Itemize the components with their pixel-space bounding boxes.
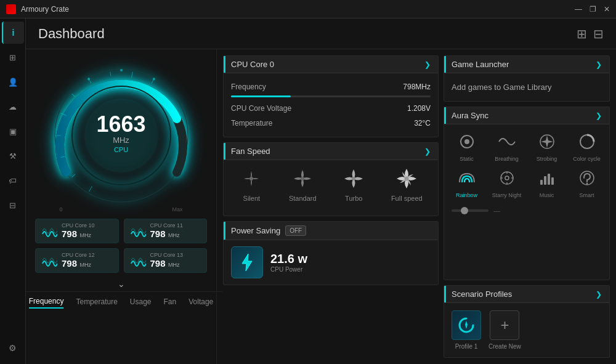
- aura-sync-header: Aura Sync ❯: [444, 107, 609, 124]
- svg-point-15: [152, 77, 155, 80]
- gauge-container: 1663 MHz CPU: [47, 62, 195, 209]
- core-info-11: CPU Core 11 798 MHz: [150, 222, 184, 240]
- sidebar-item-user[interactable]: 👤: [2, 71, 24, 93]
- tab-temperature[interactable]: Temperature: [76, 297, 117, 308]
- svg-rect-34: [551, 177, 554, 185]
- bottom-tabs: Frequency Temperature Usage Fan Voltage: [26, 291, 222, 313]
- fan-turbo[interactable]: Turbo: [341, 166, 366, 202]
- create-new-label: Create New: [488, 343, 521, 350]
- stat-temperature-label: Temperature: [231, 119, 272, 127]
- sidebar-item-cloud[interactable]: ☁: [2, 95, 24, 118]
- aura-slider-dash: —: [493, 207, 500, 214]
- fan-speed-header: Fan Speed ❯: [224, 143, 438, 160]
- core-info-10: CPU Core 10 798 MHz: [62, 222, 95, 240]
- profile-1-icon: [452, 310, 481, 340]
- core-freq-unit-10: MHz: [79, 232, 91, 238]
- aura-effects-grid: Static Breathing: [444, 124, 609, 204]
- layout-icon-1[interactable]: ⊞: [577, 26, 587, 41]
- svg-point-22: [464, 139, 469, 144]
- profile-1[interactable]: Profile 1: [452, 310, 481, 350]
- aura-strobing[interactable]: Strobing: [529, 131, 564, 162]
- cpu-core0-header: CPU Core 0 ❯: [224, 56, 438, 73]
- tools-icon: ⚒: [9, 152, 17, 161]
- fan-fullspeed-icon: [394, 166, 419, 191]
- profile-create-new[interactable]: + Create New: [488, 310, 521, 350]
- power-content: 21.6 w CPU Power: [224, 240, 438, 285]
- aura-rainbow[interactable]: Rainbow: [449, 167, 484, 198]
- power-saving-title-group: Power Saving OFF: [231, 225, 306, 236]
- page-title: Dashboard: [38, 26, 105, 42]
- power-saving-toggle[interactable]: OFF: [285, 225, 306, 236]
- fan-turbo-icon: [341, 166, 366, 191]
- storage-icon: ▣: [9, 127, 17, 136]
- sidebar-item-usb[interactable]: ⊟: [2, 194, 24, 216]
- close-button[interactable]: ✕: [604, 5, 610, 14]
- cpu-core0-content: Frequency 798MHz CPU Core Voltage 1.208: [224, 73, 438, 137]
- stat-voltage-label: CPU Core Voltage: [231, 104, 291, 113]
- settings-icon: ⚙: [9, 343, 17, 353]
- aura-sync-chevron: ❯: [596, 111, 602, 120]
- fan-silent[interactable]: Silent: [239, 166, 264, 202]
- center-col: CPU Core 0 ❯ Frequency 798MHz: [223, 55, 439, 358]
- svg-marker-20: [242, 254, 252, 271]
- gauge-label: CPU: [96, 146, 145, 153]
- tab-voltage[interactable]: Voltage: [188, 297, 213, 308]
- gauge-center: 1663 MHz CPU: [96, 113, 145, 153]
- stat-frequency-row: Frequency 798MHz: [231, 79, 431, 94]
- maximize-button[interactable]: ❐: [590, 5, 596, 14]
- cpu-core0-chevron: ❯: [424, 60, 431, 69]
- fan-speed-title: Fan Speed: [231, 147, 270, 156]
- tab-frequency[interactable]: Frequency: [29, 297, 64, 309]
- svg-point-16: [249, 177, 253, 180]
- layout-icon-2[interactable]: ⊟: [593, 26, 604, 41]
- aura-strobing-label: Strobing: [537, 156, 557, 162]
- fan-icons-container: Silent: [224, 160, 438, 208]
- svg-point-36: [586, 183, 588, 185]
- sidebar-item-tag[interactable]: 🏷: [2, 169, 24, 192]
- stat-voltage-row: CPU Core Voltage 1.208V: [231, 101, 431, 116]
- tab-fan[interactable]: Fan: [164, 297, 177, 308]
- core-freq-13: 798: [150, 258, 166, 269]
- aura-brightness-slider[interactable]: [452, 209, 488, 212]
- core-wave-icon-11: [129, 222, 147, 240]
- aura-smart[interactable]: Smart: [569, 167, 604, 198]
- svg-point-17: [301, 177, 304, 180]
- svg-point-26: [505, 176, 509, 180]
- minimize-button[interactable]: —: [575, 5, 582, 14]
- sidebar-item-storage[interactable]: ▣: [2, 120, 24, 142]
- svg-line-10: [110, 72, 110, 76]
- scroll-indicator: ⌄: [118, 279, 125, 289]
- sidebar-item-monitor[interactable]: ⊞: [2, 46, 24, 68]
- svg-line-9: [89, 79, 91, 83]
- aura-sync-title: Aura Sync: [452, 111, 488, 120]
- header-icons: ⊞ ⊟: [577, 26, 604, 41]
- power-saving-title: Power Saving: [231, 226, 280, 235]
- power-saving-panel: Power Saving OFF 21.6 w: [223, 221, 439, 285]
- aura-static[interactable]: Static: [449, 131, 484, 162]
- sidebar-item-home[interactable]: i: [2, 22, 24, 44]
- aura-music[interactable]: Music: [529, 167, 564, 198]
- aura-starrynight[interactable]: Starry Night: [489, 167, 524, 198]
- sidebar-item-tools[interactable]: ⚒: [2, 145, 24, 167]
- fan-fullspeed-label: Full speed: [391, 195, 423, 202]
- fan-silent-label: Silent: [243, 195, 261, 202]
- fan-fullspeed[interactable]: Full speed: [391, 166, 423, 202]
- gauge-unit: MHz: [96, 135, 145, 145]
- aura-breathing-label: Breathing: [495, 156, 519, 162]
- app-title: Armoury Crate: [21, 5, 69, 14]
- aura-colorcycle[interactable]: Color cycle: [569, 131, 604, 162]
- svg-line-4: [71, 174, 75, 177]
- aura-slider-row: —: [444, 204, 609, 220]
- power-sub: CPU Power: [270, 266, 307, 273]
- sidebar-item-settings[interactable]: ⚙: [2, 337, 24, 359]
- power-watt: 21.6 w: [270, 252, 307, 266]
- fan-standard[interactable]: Standard: [289, 166, 317, 202]
- svg-point-19: [405, 177, 409, 181]
- aura-breathing[interactable]: Breathing: [489, 131, 524, 162]
- aura-rainbow-label: Rainbow: [456, 192, 477, 198]
- core-card-12: CPU Core 12 798 MHz: [35, 248, 119, 273]
- power-icon-box: [231, 246, 263, 278]
- tab-usage[interactable]: Usage: [130, 297, 152, 308]
- core-info-13: CPU Core 13 798 MHz: [150, 252, 184, 269]
- game-launcher-content: Add games to Game Library: [444, 73, 609, 101]
